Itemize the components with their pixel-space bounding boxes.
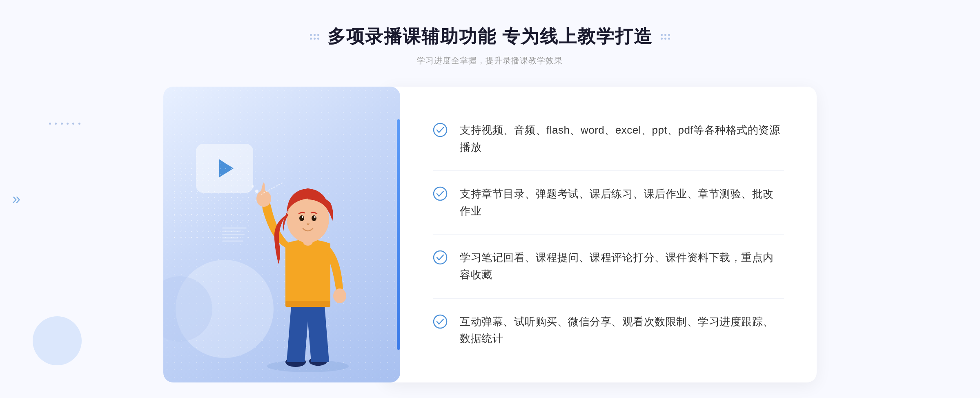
feature-text-4: 互动弹幕、试听购买、微信分享、观看次数限制、学习进度跟踪、数据统计: [460, 313, 784, 347]
svg-point-18: [434, 315, 447, 328]
svg-point-5: [333, 288, 346, 303]
svg-point-8: [299, 215, 304, 221]
page-subtitle: 学习进度全掌握，提升录播课教学效果: [310, 55, 670, 66]
feature-text-3: 学习笔记回看、课程提问、课程评论打分、课件资料下载，重点内容收藏: [460, 249, 784, 283]
svg-point-11: [314, 216, 316, 218]
svg-point-16: [434, 187, 447, 200]
feature-item-2: 支持章节目录、弹题考试、课后练习、课后作业、章节测验、批改作业: [433, 171, 784, 235]
features-card: 支持视频、音频、flash、word、excel、ppt、pdf等各种格式的资源…: [384, 87, 817, 382]
check-icon-4: [433, 314, 448, 329]
page-title: 多项录播课辅助功能 专为线上教学打造: [327, 25, 653, 49]
feature-item-1: 支持视频、音频、flash、word、excel、ppt、pdf等各种格式的资源…: [433, 107, 784, 171]
check-icon-2: [433, 186, 448, 201]
dots-overlay: [172, 160, 253, 242]
page-container: 多项录播课辅助功能 专为线上教学打造 学习进度全掌握，提升录播课教学效果 »: [0, 0, 980, 398]
svg-point-17: [434, 251, 447, 264]
feature-item-4: 互动弹幕、试听购买、微信分享、观看次数限制、学习进度跟踪、数据统计: [433, 299, 784, 362]
svg-rect-3: [285, 301, 330, 307]
feature-text-1: 支持视频、音频、flash、word、excel、ppt、pdf等各种格式的资源…: [460, 122, 784, 156]
svg-point-9: [312, 215, 316, 221]
bottom-left-circle: [33, 316, 82, 365]
check-icon-1: [433, 123, 448, 137]
check-icon-3: [433, 250, 448, 265]
svg-point-10: [302, 216, 303, 218]
svg-point-15: [434, 123, 447, 136]
title-row: 多项录播课辅助功能 专为线上教学打造: [310, 25, 670, 49]
left-dots-decoration: [49, 123, 82, 125]
title-deco-left: [310, 34, 319, 40]
human-figure-illustration: [243, 162, 373, 374]
feature-item-3: 学习笔记回看、课程提问、课程评论打分、课件资料下载，重点内容收藏: [433, 235, 784, 298]
svg-point-0: [267, 360, 349, 372]
left-arrow-decoration: »: [12, 190, 20, 208]
svg-point-13: [255, 190, 258, 193]
main-content: 支持视频、音频、flash、word、excel、ppt、pdf等各种格式的资源…: [163, 87, 817, 382]
title-deco-right: [661, 34, 670, 40]
illustration-card: [163, 87, 400, 382]
blue-vertical-bar: [397, 119, 400, 350]
feature-text-2: 支持章节目录、弹题考试、课后练习、课后作业、章节测验、批改作业: [460, 186, 784, 219]
header-section: 多项录播课辅助功能 专为线上教学打造 学习进度全掌握，提升录播课教学效果: [310, 25, 670, 66]
